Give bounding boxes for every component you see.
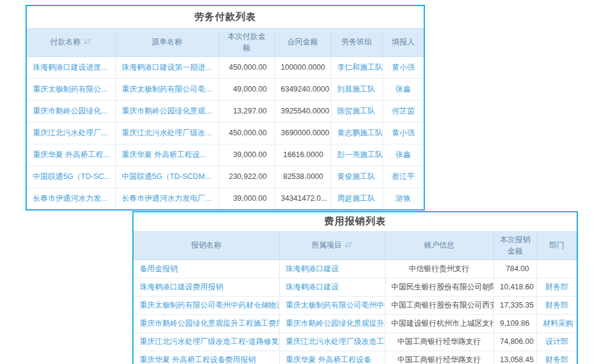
payment-amount-cell: 13,297.00 (219, 100, 274, 122)
expense-col-header-name[interactable]: 报销名称 (134, 232, 279, 260)
reporter-link[interactable]: 黄小强 (382, 122, 424, 144)
expense-amount-cell: 784.00 (493, 260, 537, 278)
payment-name-link[interactable]: 重庆太极制药有限公... (27, 78, 115, 100)
department-link[interactable]: 材料采购 (537, 314, 577, 332)
payment-name-link[interactable]: 重庆华夏 外高桥工程... (27, 144, 115, 166)
account-cell: 中国工商银行经华路支行 (385, 332, 493, 351)
expense-amount-cell: 10,418.60 (493, 278, 537, 296)
sort-icon[interactable] (84, 38, 92, 45)
project-link[interactable]: 重庆华夏 外高桥工程设备 (279, 351, 385, 364)
team-link[interactable]: 刘晨施工队 (331, 78, 382, 100)
table-row: 重庆华夏 外高桥工程设备费用报销 重庆华夏 外高桥工程设备 中国工商银行经华路支… (134, 351, 577, 364)
source-name-link[interactable]: 重庆太极制药有限公司亳... (115, 78, 219, 100)
payment-amount-cell: 450,000.00 (219, 122, 274, 144)
labor-col-header-team[interactable]: 劳务班组 (331, 29, 382, 57)
account-cell: 中国建设银行杭州市上城区支行 (385, 314, 493, 332)
labor-header-row: 付款名称 源单名称 本次付款金额 合同金额 劳务班组 填报人 (27, 29, 424, 57)
team-link[interactable]: 李仁和施工队 (331, 56, 382, 78)
source-name-link[interactable]: 中国联通5G（TD-SCDM... (115, 166, 219, 187)
table-row: 珠海鹤港口建设进度... 珠海鹤港口建设第一期进... 450,000.00 1… (27, 56, 424, 78)
source-name-link[interactable]: 重庆市鹅岭公园绿化景观... (115, 100, 219, 122)
expense-col-header-project-label: 所属项目 (311, 241, 342, 249)
reporter-link[interactable]: 黄小强 (382, 56, 424, 78)
expense-amount-cell: 13,058.45 (493, 351, 537, 364)
expense-name-link[interactable]: 重庆市鹅岭公园绿化景观提升工程施工费用报销 (134, 314, 279, 332)
project-link[interactable]: 重庆市鹅岭公园绿化景观提升工... (279, 314, 385, 332)
expense-reimbursement-panel: 费用报销列表 报销名称 所属项目 账户信息 本次报销金额 部门 备用金报销 珠海… (132, 211, 578, 364)
expense-amount-cell: 9,109.86 (493, 314, 537, 332)
project-link[interactable]: 重庆太极制药有限公司亳州中药... (279, 296, 385, 314)
expense-header-row: 报销名称 所属项目 账户信息 本次报销金额 部门 (134, 232, 577, 260)
team-link[interactable]: 彭一亮施工队 (331, 144, 382, 166)
department-link[interactable]: 设计部 (537, 332, 577, 351)
labor-payment-panel: 劳务付款列表 付款名称 源单名称 本次付款金额 合同金额 劳务班组 填报人 珠海… (25, 5, 425, 211)
labor-col-header-payment-name-label: 付款名称 (50, 38, 81, 46)
payment-name-link[interactable]: 长春市伊通河水力发... (27, 187, 115, 209)
account-cell: 中信银行贵州支行 (385, 260, 493, 278)
source-name-link[interactable]: 重庆江北污水处理厂级改... (115, 122, 219, 144)
reporter-link[interactable]: 张鑫 (382, 144, 424, 166)
source-name-link[interactable]: 长春市伊通河水力发电厂... (115, 187, 219, 209)
expense-col-header-amount[interactable]: 本次报销金额 (493, 232, 537, 260)
department-link[interactable] (537, 260, 577, 278)
table-row: 珠海鹤港口建设费用报销 珠海鹤港口建设 中国民生银行股份有限公司朝阳支行 10,… (134, 278, 577, 296)
expense-panel-title: 费用报销列表 (134, 212, 577, 231)
payment-amount-cell: 39,000.00 (219, 144, 274, 166)
payment-amount-cell: 39,000.00 (219, 187, 274, 209)
table-row: 重庆市鹅岭公园绿化... 重庆市鹅岭公园绿化景观... 13,297.00 39… (27, 100, 424, 122)
expense-amount-cell: 74,806.00 (493, 332, 537, 351)
expense-reimbursement-table: 报销名称 所属项目 账户信息 本次报销金额 部门 备用金报销 珠海鹤港口建设 中… (134, 231, 577, 364)
source-name-link[interactable]: 珠海鹤港口建设第一期进... (115, 56, 219, 78)
project-link[interactable]: 珠海鹤港口建设 (279, 278, 385, 296)
team-link[interactable]: 黄志鹏施工队 (331, 122, 382, 144)
expense-name-link[interactable]: 重庆太极制药有限公司亳州中药材仓储物流基地... (134, 296, 279, 314)
expense-amount-cell: 17,335.35 (493, 296, 537, 314)
table-row: 重庆江北污水处理厂级改造工程-道路修复工程费... 重庆江北污水处理厂级改造工程… (134, 332, 577, 351)
contract-amount-cell: 3925540.0000 (274, 100, 331, 122)
reporter-link[interactable]: 蔡江平 (382, 166, 424, 187)
project-link[interactable]: 珠海鹤港口建设 (279, 260, 385, 278)
payment-name-link[interactable]: 重庆江北污水处理厂... (27, 122, 115, 144)
table-row: 重庆华夏 外高桥工程... 重庆华夏 外高桥工程设... 39,000.00 1… (27, 144, 424, 166)
payment-amount-cell: 450,000.00 (219, 56, 274, 78)
project-link[interactable]: 重庆江北污水处理厂级改造工程... (279, 332, 385, 351)
expense-name-link[interactable]: 重庆江北污水处理厂级改造工程-道路修复工程费... (134, 332, 279, 351)
payment-name-link[interactable]: 珠海鹤港口建设进度... (27, 56, 115, 78)
labor-col-header-contract-amount[interactable]: 合同金额 (274, 29, 331, 57)
team-link[interactable]: 黄俊施工队 (331, 166, 382, 187)
labor-col-header-source-name[interactable]: 源单名称 (115, 29, 219, 57)
contract-amount-cell: 6349240.0000 (274, 78, 331, 100)
team-link[interactable]: 周超施工队 (331, 187, 382, 209)
sort-icon[interactable] (345, 241, 353, 248)
reporter-link[interactable]: 何芷茵 (382, 100, 424, 122)
team-link[interactable]: 陈贺施工队 (331, 100, 382, 122)
expense-col-header-account[interactable]: 账户信息 (385, 232, 493, 260)
expense-name-link[interactable]: 珠海鹤港口建设费用报销 (134, 278, 279, 296)
table-row: 中国联通5G（TD-SC... 中国联通5G（TD-SCDM... 230,92… (27, 166, 424, 187)
department-link[interactable]: 财务部 (537, 351, 577, 364)
table-row: 备用金报销 珠海鹤港口建设 中信银行贵州支行 784.00 (134, 260, 577, 278)
department-link[interactable]: 财务部 (537, 296, 577, 314)
labor-col-header-payment-name[interactable]: 付款名称 (27, 29, 115, 57)
labor-col-header-reporter[interactable]: 填报人 (382, 29, 424, 57)
contract-amount-cell: 3690000.0000 (274, 122, 331, 144)
account-cell: 中国工商银行经华路支行 (385, 351, 493, 364)
labor-col-header-payment-amount[interactable]: 本次付款金额 (219, 29, 274, 57)
expense-col-header-project[interactable]: 所属项目 (279, 232, 385, 260)
payment-name-link[interactable]: 重庆市鹅岭公园绿化... (27, 100, 115, 122)
account-cell: 中国民生银行股份有限公司朝阳支行 (385, 278, 493, 296)
source-name-link[interactable]: 重庆华夏 外高桥工程设... (115, 144, 219, 166)
expense-name-link[interactable]: 备用金报销 (134, 260, 279, 278)
table-row: 重庆太极制药有限公... 重庆太极制药有限公司亳... 49,000.00 63… (27, 78, 424, 100)
reporter-link[interactable]: 游恢 (382, 187, 424, 209)
contract-amount-cell: 16616.0000 (274, 144, 331, 166)
labor-payment-table: 付款名称 源单名称 本次付款金额 合同金额 劳务班组 填报人 珠海鹤港口建设进度… (27, 28, 424, 209)
department-link[interactable]: 财务部 (537, 278, 577, 296)
payment-name-link[interactable]: 中国联通5G（TD-SC... (27, 166, 115, 187)
expense-name-link[interactable]: 重庆华夏 外高桥工程设备费用报销 (134, 351, 279, 364)
reporter-link[interactable]: 张鑫 (382, 78, 424, 100)
contract-amount-cell: 82538.0000 (274, 166, 331, 187)
payment-amount-cell: 230,922.00 (219, 166, 274, 187)
expense-col-header-department[interactable]: 部门 (537, 232, 577, 260)
table-row: 重庆江北污水处理厂... 重庆江北污水处理厂级改... 450,000.00 3… (27, 122, 424, 144)
